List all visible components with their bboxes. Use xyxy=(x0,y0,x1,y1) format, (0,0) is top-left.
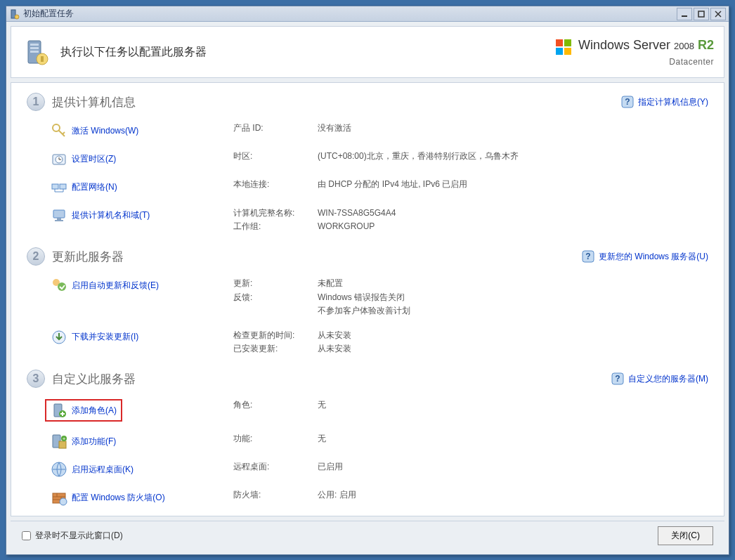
timezone-value: (UTC+08:00)北京，重庆，香港特别行政区，乌鲁木齐 xyxy=(318,150,708,162)
add-roles-highlight: 添加角色(A) xyxy=(45,399,122,422)
svg-rect-15 xyxy=(564,48,571,55)
header-server-icon xyxy=(21,37,52,67)
timezone-label: 时区: xyxy=(233,150,318,162)
minimize-button[interactable] xyxy=(677,8,692,20)
configure-network-link[interactable]: 配置网络(N) xyxy=(72,181,117,193)
firewall-icon xyxy=(51,489,67,506)
svg-rect-12 xyxy=(556,39,563,46)
svg-rect-25 xyxy=(52,184,58,189)
window-title: 初始配置任务 xyxy=(23,8,677,20)
computer-name-link[interactable]: 提供计算机名和域(T) xyxy=(72,209,150,221)
content-area: 1 提供计算机信息 ? 指定计算机信息(Y) 激活 Windows(W) 产品 … xyxy=(11,82,724,516)
svg-rect-11 xyxy=(41,56,44,62)
firewall-link[interactable]: 配置 Windows 防火墙(O) xyxy=(72,492,165,504)
svg-rect-32 xyxy=(55,220,63,221)
svg-rect-45 xyxy=(59,441,66,448)
maximize-button[interactable] xyxy=(694,8,709,20)
fullname-value: WIN-7SSA8G5G4A4WORKGROUP xyxy=(318,207,708,233)
svg-point-54 xyxy=(60,498,67,505)
remote-desktop-link[interactable]: 启用远程桌面(K) xyxy=(72,464,134,476)
section-2-head: 2 更新此服务器 ? 更新您的 Windows 服务器(U) xyxy=(27,247,708,266)
check-update-value: 从未安装从未安装 xyxy=(318,329,708,356)
product-id-label: 产品 ID: xyxy=(233,122,318,134)
svg-line-20 xyxy=(63,132,65,134)
key-icon xyxy=(51,122,67,139)
titlebar[interactable]: 初始配置任务 xyxy=(6,6,729,22)
app-icon xyxy=(9,8,20,20)
section-2-title: 更新此服务器 xyxy=(52,249,582,265)
update-label: 更新:反馈: xyxy=(233,277,318,304)
activate-windows-link[interactable]: 激活 Windows(W) xyxy=(72,125,138,137)
auto-update-link[interactable]: 启用自动更新和反馈(E) xyxy=(72,280,159,292)
help-link-1[interactable]: 指定计算机信息(Y) xyxy=(638,96,708,108)
local-conn-value: 由 DHCP 分配的 IPv4 地址, IPv6 已启用 xyxy=(318,178,708,190)
update-value: 未配置Windows 错误报告关闭不参加客户体验改善计划 xyxy=(318,277,708,318)
svg-text:?: ? xyxy=(585,252,590,261)
remote-desktop-icon xyxy=(51,461,67,478)
close-button[interactable] xyxy=(710,8,726,20)
bottom-bar: 登录时不显示此窗口(D) 关闭(C) xyxy=(11,521,724,550)
features-label: 功能: xyxy=(233,433,318,445)
header: 执行以下任务以配置此服务器 Windows Server 2008 R2 Dat… xyxy=(11,26,724,78)
window-controls xyxy=(677,8,726,20)
svg-text:+: + xyxy=(63,436,66,442)
help-icon: ? xyxy=(621,96,634,108)
features-value: 无 xyxy=(318,433,708,445)
close-dialog-button[interactable]: 关闭(C) xyxy=(658,526,713,545)
set-timezone-link[interactable]: 设置时区(Z) xyxy=(72,153,116,165)
section-3-head: 3 自定义此服务器 ? 自定义您的服务器(M) xyxy=(27,370,708,388)
header-title: 执行以下任务以配置此服务器 xyxy=(60,45,554,60)
help-link-3[interactable]: 自定义您的服务器(M) xyxy=(628,373,708,385)
svg-rect-8 xyxy=(30,47,39,49)
svg-rect-31 xyxy=(57,218,61,220)
remote-value: 已启用 xyxy=(318,461,708,473)
svg-rect-14 xyxy=(556,48,563,55)
svg-rect-30 xyxy=(53,210,65,218)
brand-logo: Windows Server 2008 R2 Datacenter xyxy=(554,38,714,67)
svg-rect-26 xyxy=(60,184,66,189)
dont-show-checkbox[interactable] xyxy=(22,531,31,540)
config-tasks-window: 初始配置任务 执行以下任务以配置此服务器 Windows Server 2008… xyxy=(6,6,729,555)
svg-rect-3 xyxy=(698,11,704,17)
server-add-icon xyxy=(51,402,67,419)
check-update-label: 检查更新的时间:已安装更新: xyxy=(233,329,318,356)
svg-rect-9 xyxy=(30,51,39,53)
dont-show-checkbox-label[interactable]: 登录时不显示此窗口(D) xyxy=(22,530,658,542)
fullname-label: 计算机完整名称:工作组: xyxy=(233,207,318,233)
network-icon xyxy=(51,178,67,195)
section-1-head: 1 提供计算机信息 ? 指定计算机信息(Y) xyxy=(27,93,708,111)
add-features-link[interactable]: 添加功能(F) xyxy=(72,436,116,448)
update-icon xyxy=(51,277,67,294)
svg-rect-7 xyxy=(30,44,39,46)
features-icon: + xyxy=(51,433,67,450)
firewall-label: 防火墙: xyxy=(233,489,318,501)
svg-rect-13 xyxy=(564,39,571,46)
svg-point-1 xyxy=(15,15,19,19)
local-conn-label: 本地连接: xyxy=(233,178,318,190)
badge-1: 1 xyxy=(27,93,45,111)
remote-label: 远程桌面: xyxy=(233,461,318,473)
help-icon: ? xyxy=(582,250,594,263)
svg-text:?: ? xyxy=(615,374,620,384)
badge-3: 3 xyxy=(27,370,45,388)
firewall-value: 公用: 启用 xyxy=(318,489,708,501)
help-link-2[interactable]: 更新您的 Windows 服务器(U) xyxy=(599,251,708,263)
download-updates-link[interactable]: 下载并安装更新(I) xyxy=(72,331,138,343)
badge-2: 2 xyxy=(27,247,45,266)
roles-label: 角色: xyxy=(233,399,318,411)
svg-text:?: ? xyxy=(625,97,630,107)
roles-value: 无 xyxy=(318,399,708,411)
clock-icon xyxy=(51,150,67,167)
section-3-title: 自定义此服务器 xyxy=(52,371,611,387)
download-icon xyxy=(51,329,67,346)
add-roles-link[interactable]: 添加角色(A) xyxy=(72,405,117,417)
section-1-title: 提供计算机信息 xyxy=(52,94,621,110)
help-icon: ? xyxy=(611,372,624,385)
product-id-value: 没有激活 xyxy=(318,122,708,134)
computer-icon xyxy=(51,207,67,223)
